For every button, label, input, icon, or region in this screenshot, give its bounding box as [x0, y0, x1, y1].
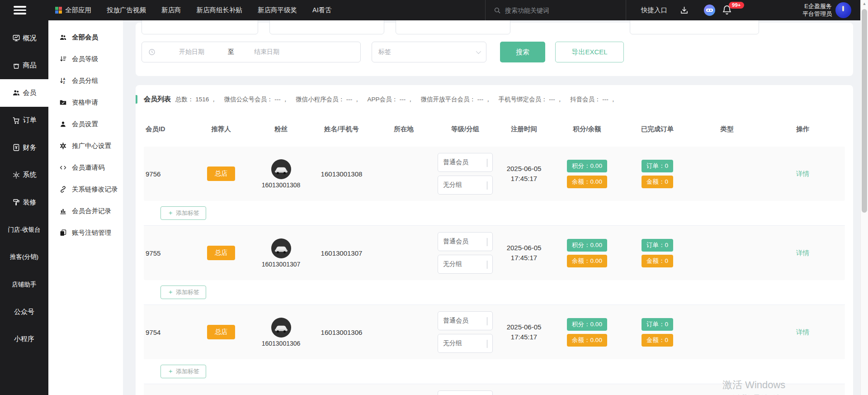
sidebar-item[interactable]: 小程序 — [0, 326, 48, 353]
search-button[interactable]: 搜索 — [500, 42, 545, 62]
summary-stat: 总数： 1516 ， — [175, 95, 217, 104]
sidebar-item[interactable]: 会员 — [0, 79, 48, 107]
submenu-item[interactable]: 会员合并记录 — [48, 200, 123, 222]
submenu-item[interactable]: 账号注销管理 — [48, 222, 123, 243]
merge-record-icon — [59, 207, 67, 215]
column-header: 姓名/手机号 — [311, 125, 372, 133]
level-select[interactable]: 普通会员 — [438, 232, 493, 251]
topbar-search[interactable] — [485, 0, 626, 20]
amount-badge: 金额：0 — [642, 334, 673, 347]
level-group-cell: 普通会员无分组 — [435, 153, 495, 195]
orders-badge: 订单：0 — [642, 239, 673, 252]
search-icon — [494, 7, 501, 14]
submenu-item[interactable]: 会员邀请码 — [48, 157, 123, 178]
main-content: 开始日期 至 结束日期 标签 搜索 导出EXCEL 会员列表 总数： 1516 … — [123, 20, 860, 395]
detail-link[interactable]: 详情 — [796, 249, 809, 257]
sidebar-item[interactable]: 系统 — [0, 162, 48, 189]
submenu-item[interactable]: 关系链修改记录 — [48, 178, 123, 200]
sidebar-item[interactable]: 店铺助手 — [0, 271, 48, 299]
balance-badge: 余额：0.00 — [567, 176, 607, 188]
group-select[interactable]: 无分组 — [438, 176, 493, 195]
tag-select[interactable]: 标签 — [372, 42, 486, 62]
submenu-item[interactable]: 推广中心设置 — [48, 135, 123, 157]
sidebar-item-label: 店铺助手 — [12, 281, 37, 289]
detail-link[interactable]: 详情 — [796, 170, 809, 177]
export-excel-button[interactable]: 导出EXCEL — [555, 42, 624, 62]
balance-badge: 余额：0.00 — [567, 255, 607, 267]
member-row: 9755总店1601300130716013001307普通会员无分组2025-… — [144, 226, 845, 280]
column-header: 操作 — [760, 125, 845, 133]
page-scrollbar[interactable]: ▲ — [860, 0, 868, 395]
level-select-value: 普通会员 — [443, 317, 468, 325]
name-phone-cell: 16013001306 — [311, 328, 372, 336]
add-tag-label: 添加标签 — [176, 288, 199, 296]
sidebar-item[interactable]: 财务 — [0, 134, 48, 162]
submenu-item-label: 资格申请 — [72, 98, 98, 107]
add-tag-button[interactable]: ＋添加标签 — [160, 286, 206, 299]
topbar-menu-item[interactable]: 新店商 — [161, 6, 181, 14]
sidebar-item[interactable]: 概况 — [0, 24, 48, 52]
sidebar-item[interactable]: 推客(分销) — [0, 243, 48, 271]
scrollbar-up-arrow[interactable]: ▲ — [861, 1, 868, 6]
add-tag-label: 添加标签 — [176, 209, 199, 217]
group-select[interactable]: 无分组 — [438, 334, 493, 353]
level-select[interactable]: 普通会员 — [438, 153, 493, 172]
points-balance-cell: 积分：0.00余额：0.00 — [553, 160, 621, 188]
submenu-item-label: 会员合并记录 — [72, 207, 111, 215]
level-select-value: 普通会员 — [443, 238, 468, 246]
sidebar-item[interactable]: 装修 — [0, 189, 48, 216]
topbar-menu-item[interactable]: 投放广告视频 — [107, 6, 146, 14]
date-range-picker[interactable]: 开始日期 至 结束日期 — [142, 42, 361, 62]
level-select[interactable] — [438, 390, 493, 395]
level-select[interactable]: 普通会员 — [438, 311, 493, 330]
plus-icon: ＋ — [167, 288, 174, 296]
group-select-value: 无分组 — [443, 181, 462, 189]
member-row: 9756总店1601300130816013001308普通会员无分组2025-… — [144, 147, 845, 201]
topbar-menu-item[interactable]: 新店商平级奖 — [258, 6, 297, 14]
sidebar-item[interactable]: 公众号 — [0, 298, 48, 326]
completed-orders-cell: 订单：0金额：0 — [621, 318, 693, 347]
level-group-cell: 普通会员无分组 — [435, 232, 495, 274]
group-select[interactable]: 无分组 — [438, 255, 493, 274]
sidebar-item-label: 公众号 — [14, 308, 34, 316]
submenu-item[interactable]: 资格申请 — [48, 91, 123, 113]
topbar-menu-item[interactable]: 新店商组长补贴 — [197, 6, 243, 14]
submenu-item[interactable]: 全部会员 — [48, 26, 123, 48]
download-icon[interactable] — [679, 5, 689, 17]
orders-badge: 订单：0 — [642, 318, 673, 331]
sidebar-item-label: 概况 — [23, 34, 37, 43]
topbar-menu-item[interactable]: 全部应用 — [55, 6, 91, 14]
submenu-item[interactable]: 会员设置 — [48, 113, 123, 135]
sidebar-item[interactable]: 商品 — [0, 52, 48, 80]
sidebar-item[interactable]: 门店-收银台 — [0, 216, 48, 244]
user-avatar[interactable] — [835, 2, 851, 18]
referrer-cell: 总店 — [191, 246, 251, 260]
column-header: 粉丝 — [251, 125, 311, 133]
topbar-menu-item[interactable]: AI看舌 — [312, 6, 332, 14]
member-row — [144, 384, 845, 395]
hamburger-menu-icon[interactable] — [14, 6, 26, 14]
sidebar-item[interactable]: 订单 — [0, 107, 48, 134]
sidebar-item-label: 门店-收银台 — [8, 226, 41, 234]
sidebar-item-label: 商品 — [23, 61, 37, 70]
submenu-item-label: 会员等级 — [72, 55, 98, 63]
detail-link[interactable]: 详情 — [796, 328, 809, 336]
sort-level-icon — [59, 55, 67, 63]
points-badge: 积分：0.00 — [567, 318, 607, 331]
scrollbar-thumb[interactable] — [862, 9, 867, 213]
add-tag-button[interactable]: ＋添加标签 — [160, 206, 206, 220]
tag-row: ＋添加标签 — [144, 359, 845, 384]
add-tag-button[interactable]: ＋添加标签 — [160, 365, 206, 378]
apps-grid-icon — [55, 7, 62, 14]
date-start-placeholder: 开始日期 — [179, 48, 204, 56]
search-input[interactable] — [505, 7, 604, 14]
ai-assistant-icon[interactable] — [704, 5, 715, 16]
submenu-item[interactable]: 会员等级 — [48, 48, 123, 70]
finance-icon — [12, 143, 20, 152]
quick-entry-link[interactable]: 快捷入口 — [641, 0, 667, 20]
submenu-item[interactable]: AZ会员分组 — [48, 70, 123, 91]
tag-row: ＋添加标签 — [144, 201, 845, 226]
link-icon — [59, 186, 67, 193]
svg-text:Z: Z — [63, 81, 65, 84]
submenu-item-label: 会员分组 — [72, 76, 98, 85]
